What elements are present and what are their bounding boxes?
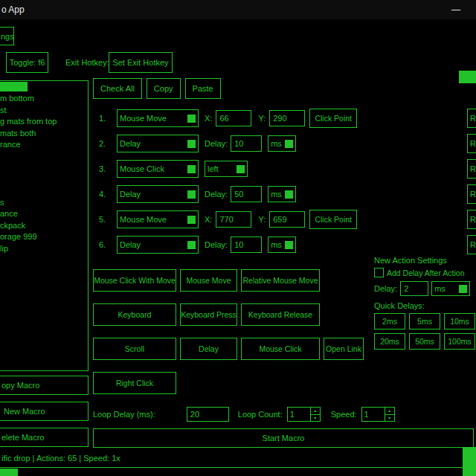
x-input[interactable]: 770 <box>216 211 251 228</box>
list-item[interactable]: mats both <box>0 128 88 140</box>
add-mouse-click-with-move-button[interactable]: Mouse Click With Move <box>93 269 176 292</box>
add-keyboard-press-button[interactable]: Keyboard Press <box>180 303 237 326</box>
list-item[interactable]: lip <box>0 243 88 255</box>
quick-delay-5ms-button[interactable]: 5ms <box>409 313 440 329</box>
remove-action-button[interactable]: R <box>467 134 476 153</box>
click-point-button[interactable]: Click Point <box>309 210 357 229</box>
quick-delay-2ms-button[interactable]: 2ms <box>374 313 405 329</box>
quick-delays-label: Quick Delays: <box>374 301 476 310</box>
copy-actions-button[interactable]: Copy <box>147 78 181 99</box>
add-mouse-click-button[interactable]: Mouse Click <box>241 338 320 360</box>
y-label: Y: <box>258 215 266 224</box>
loop-delay-input[interactable]: 20 <box>187 407 229 422</box>
status-bar-text: ific drop | Actions: 65 | Speed: 1x <box>1 454 120 463</box>
new-action-delay-unit-dropdown[interactable]: ms <box>431 281 470 296</box>
list-item[interactable]: g mats from top <box>0 116 88 128</box>
list-item[interactable]: rance <box>0 139 88 151</box>
action-type-dropdown[interactable]: Mouse Click <box>117 160 199 178</box>
spinner-down-icon[interactable]: ▾ <box>385 415 394 422</box>
list-item[interactable] <box>0 151 88 163</box>
delay-unit-dropdown[interactable]: ms <box>268 237 296 253</box>
delay-input[interactable]: 10 <box>231 135 262 152</box>
add-action-row-4: Right Click <box>93 372 176 394</box>
taskbar <box>0 467 476 476</box>
remove-action-button[interactable]: R <box>467 210 476 229</box>
toggle-hotkey-button[interactable]: Toggle: f6 <box>6 52 48 73</box>
spinner-down-icon[interactable]: ▾ <box>311 415 320 422</box>
action-type-dropdown[interactable]: Delay <box>117 185 199 203</box>
paste-actions-button[interactable]: Paste <box>185 78 221 99</box>
dropdown-arrow-icon <box>187 190 196 199</box>
titlebar: o App — <box>0 0 476 19</box>
spinner-up-icon[interactable]: ▴ <box>311 408 320 415</box>
menu-settings[interactable]: ngs <box>0 27 14 45</box>
add-scroll-button[interactable]: Scroll <box>93 338 176 360</box>
list-item[interactable] <box>0 185 88 197</box>
macro-list[interactable]: m bottom st g mats from top mats both ra… <box>0 80 89 371</box>
resize-grip[interactable] <box>463 447 476 476</box>
delay-input[interactable]: 10 <box>231 237 262 253</box>
x-input[interactable]: 66 <box>216 110 251 126</box>
add-open-link-button[interactable]: Open Link <box>324 338 364 360</box>
list-item-selected[interactable] <box>0 82 28 91</box>
list-item[interactable]: st <box>0 105 88 117</box>
new-macro-button[interactable]: New Macro <box>0 402 89 421</box>
delay-unit-dropdown[interactable]: ms <box>268 186 296 202</box>
new-action-delay-input[interactable]: 2 <box>400 281 428 296</box>
add-action-row-2: Keyboard Keyboard Press Keyboard Release <box>93 303 320 326</box>
remove-action-button[interactable]: R <box>467 184 476 204</box>
loop-count-spinner[interactable]: 1 ▴▾ <box>287 407 321 422</box>
speed-spinner[interactable]: 1 ▴▾ <box>361 407 395 422</box>
delay-unit-dropdown[interactable]: ms <box>268 135 296 152</box>
mouse-button-dropdown[interactable]: left <box>205 161 248 177</box>
spinner-value: 1 <box>288 408 310 421</box>
action-row: 3. Mouse Click left R <box>93 159 476 178</box>
add-mouse-move-button[interactable]: Mouse Move <box>180 269 237 292</box>
delay-input[interactable]: 50 <box>231 186 262 202</box>
list-item[interactable]: m bottom <box>0 93 88 105</box>
y-input[interactable]: 290 <box>269 110 305 126</box>
y-input[interactable]: 659 <box>269 211 305 228</box>
quick-delay-20ms-button[interactable]: 20ms <box>374 333 405 350</box>
delay-label: Delay: <box>205 190 228 199</box>
start-macro-button[interactable]: Start Macro <box>93 428 474 448</box>
quick-delay-10ms-button[interactable]: 10ms <box>444 313 475 329</box>
action-type-dropdown[interactable]: Mouse Move <box>117 210 199 228</box>
add-keyboard-button[interactable]: Keyboard <box>93 303 176 326</box>
partial-highlighted-button[interactable] <box>459 71 476 83</box>
list-item[interactable]: ckpack <box>0 220 88 232</box>
spinner-buttons[interactable]: ▴▾ <box>310 408 320 421</box>
add-keyboard-release-button[interactable]: Keyboard Release <box>241 303 320 326</box>
list-item[interactable] <box>0 162 88 174</box>
add-delay-button[interactable]: Delay <box>180 338 237 360</box>
dropdown-value: ms <box>271 240 282 249</box>
check-all-button[interactable]: Check All <box>93 78 142 99</box>
remove-action-button[interactable]: R <box>467 159 476 178</box>
action-number: 4. <box>99 190 117 199</box>
quick-delay-100ms-button[interactable]: 100ms <box>444 333 475 350</box>
add-right-click-button[interactable]: Right Click <box>93 372 176 394</box>
list-item[interactable] <box>0 174 88 186</box>
add-relative-mouse-move-button[interactable]: Relative Mouse Move <box>241 269 320 292</box>
action-type-dropdown[interactable]: Delay <box>117 135 199 152</box>
remove-action-button[interactable]: R <box>467 109 476 128</box>
action-type-dropdown[interactable]: Mouse Move <box>117 109 199 127</box>
quick-delay-50ms-button[interactable]: 50ms <box>409 333 440 350</box>
dropdown-arrow-icon <box>187 165 196 173</box>
dropdown-arrow-icon <box>187 115 196 123</box>
action-type-dropdown[interactable]: Delay <box>117 236 199 254</box>
taskbar-app-icon[interactable] <box>0 469 18 476</box>
spinner-up-icon[interactable]: ▴ <box>385 408 394 415</box>
delete-macro-button[interactable]: elete Macro <box>0 428 89 447</box>
click-point-button[interactable]: Click Point <box>309 109 357 128</box>
list-item[interactable]: orage 999 <box>0 231 88 243</box>
remove-action-button[interactable]: R <box>467 235 476 254</box>
list-item[interactable]: ance <box>0 208 88 220</box>
dropdown-value: Mouse Move <box>120 215 167 224</box>
minimize-button[interactable]: — <box>443 0 469 19</box>
copy-macro-button[interactable]: opy Macro <box>0 376 89 395</box>
add-delay-checkbox[interactable] <box>374 268 384 277</box>
spinner-buttons[interactable]: ▴▾ <box>385 408 394 421</box>
set-exit-hotkey-button[interactable]: Set Exit Hotkey <box>109 52 173 73</box>
list-item[interactable]: s <box>0 197 88 209</box>
